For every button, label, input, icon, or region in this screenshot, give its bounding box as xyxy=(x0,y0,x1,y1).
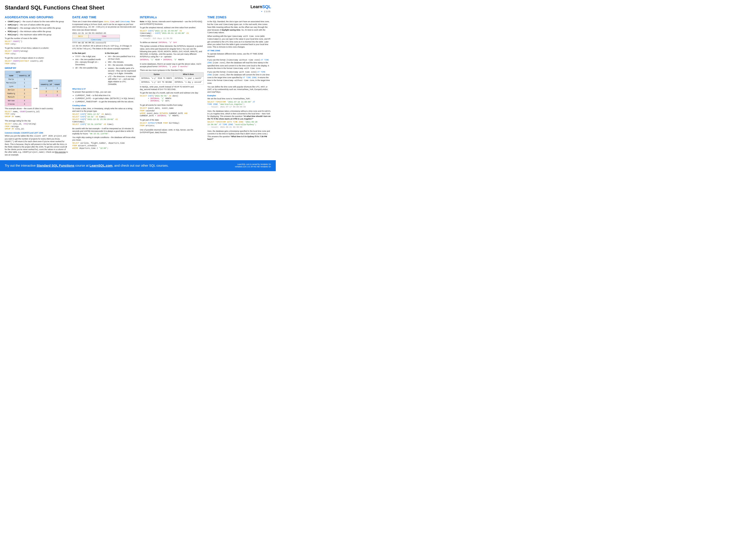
footer-course-link[interactable]: Standard SQL Functions xyxy=(37,164,74,167)
tp-min: MM – the minutes. xyxy=(108,61,136,63)
code-ex2: SELECT TIMESTAMP WITH TIME ZONE '2021-06… xyxy=(207,121,271,129)
p-ex-set: We set the local time zone to 'America/N… xyxy=(207,97,271,100)
p-two-more: There are two more syntaxes in the Stand… xyxy=(140,69,203,71)
logo: LearnSQL • com xyxy=(250,4,271,13)
p-skipcast: You might skip casting in simple conditi… xyxy=(72,136,136,141)
p-lastday: To get the last day of a month, add one … xyxy=(140,91,203,94)
exercise-link[interactable]: this exercise xyxy=(55,151,66,153)
p-dt-intro: There are 3 main time-related types: dat… xyxy=(72,20,136,31)
arrow-icon: ⟶ xyxy=(33,86,38,90)
p-extract-out: One of possible returned values: 1946. I… xyxy=(140,129,203,134)
heading-datepart: In the date part: xyxy=(72,52,103,55)
p-whattime: To answer that question in SQL, you can … xyxy=(72,91,136,93)
code-group-city: SELECT city_id, AVG(rating) FROM ratings… xyxy=(5,123,68,131)
heading-whattime: What time is it? xyxy=(72,88,136,90)
p-attz-2: If you use this format: {timestamp witho… xyxy=(207,59,271,70)
p-tz2: When working with the type timestamp wit… xyxy=(207,35,271,48)
footer-site-link[interactable]: LearnSQL.com xyxy=(90,164,113,167)
p-attz-1: To operate between different time zones,… xyxy=(207,53,271,58)
interval-syntax-table: SyntaxWhat it does INTERVAL 'x-y' YEAR T… xyxy=(140,72,203,85)
code-extract: SELECT EXTRACT(YEAR FROM birthday) FROM … xyxy=(140,122,203,127)
p-shortcuts: You can define the time zone with popula… xyxy=(207,86,271,93)
code-group-name: SELECT name, COUNT(country_id) FROM city… xyxy=(5,111,68,118)
p-create-warn: Be careful with the last example – it wi… xyxy=(72,127,136,135)
agg-min: MIN(expr) – the minimum value within the… xyxy=(8,30,68,33)
code-airport: SELECT airline, flight_number, departure… xyxy=(72,142,136,150)
code-count-distinct: SELECT COUNT(DISTINCT country_id) FROM c… xyxy=(5,60,68,65)
heading-mistake: Common mistake: COUNT(*) and LEFT JOIN xyxy=(5,132,68,134)
code-next3: SELECT event_date, event_name FROM calen… xyxy=(140,107,203,117)
p-ex1-expl: Here, the database takes a timestamp wit… xyxy=(207,110,271,120)
heading-examples: Examples xyxy=(207,94,271,97)
p-partdate: To get part of the date: xyxy=(140,119,203,121)
code-casts: SELECT CAST('2021-12-31' AS date); SELEC… xyxy=(72,113,136,126)
p-mysql-interval: In MySQL, write year_month instead of YE… xyxy=(140,86,203,91)
heading-create: Creating values xyxy=(72,104,136,107)
heading-intervals: INTERVALs xyxy=(140,15,203,19)
agg-max: MAX(expr) – the maximum value within the… xyxy=(8,33,68,36)
tp-tz: ±TZ – the timezone. It must start with e… xyxy=(108,75,136,86)
agg-avg: AVG(expr) – the average value for the ro… xyxy=(8,27,68,30)
footer-owner: LearnSQL.com is owned by Vertabelo SA xyxy=(235,163,271,166)
li-curtime: CURRENT_TIME – to find what time it is. xyxy=(75,94,136,97)
code-lastday: SELECT CAST('2021-02-01' AS date) + INTE… xyxy=(140,95,203,103)
heading-attz: AT TIME ZONE xyxy=(207,50,271,52)
heading-tz: TIME ZONES xyxy=(207,15,271,19)
col-datetime: DATE AND TIME There are 3 main time-rela… xyxy=(72,15,136,157)
p-attz-3: If you use this format: {timestamp with … xyxy=(207,71,271,85)
footer: Try out the interactive Standard SQL Fun… xyxy=(0,160,276,171)
dp-day: dd – the zero-padded day. xyxy=(75,66,103,69)
page-title: Standard SQL Functions Cheat Sheet xyxy=(5,4,104,12)
p-interval-easy: In some databases, there's an easier way… xyxy=(140,63,203,68)
tp-sec: SS – the seconds. Omissible. xyxy=(108,64,136,66)
col-aggregation: AGGREGATION AND GROUPING COUNT(expr) – t… xyxy=(5,15,68,157)
tp-subsec: ssssss – the smaller parts of a second –… xyxy=(108,67,136,75)
tp-hour: HH – the zero-padded hour in a 24-hour c… xyxy=(108,55,136,60)
p-group-example: The example above – the count of cities … xyxy=(5,107,68,110)
p-cdt: 14:39:53.662522-05 is almost 2:40 p.m. C… xyxy=(72,44,136,50)
col-intervals: INTERVALs Note: In SQL Server, intervals… xyxy=(140,15,203,157)
city-agg-table: CITY country_idcount 13 23 42 xyxy=(39,79,62,97)
city-table: CITY namecountry_id Paris1 Marseille1 Ly… xyxy=(5,71,32,106)
code-count-col: SELECT COUNT(rating) FROM city; xyxy=(5,50,68,55)
p-avg-rating: The average rating for the city: xyxy=(5,119,68,122)
timestamp-diagram: 2021-12-31 14:39:53.662522-05 datetime t… xyxy=(72,32,136,44)
p-count-rows: To get the number of rows in the table: xyxy=(5,37,68,39)
code-interval-join: INTERVAL '1' YEAR + INTERVAL '3' MONTH xyxy=(140,59,203,62)
p-define-interval: To define an interval: INTERVAL '1' DAY xyxy=(140,41,203,44)
footer-license: vertabelo.com | CC BY-NC-ND Vertabelo SA xyxy=(235,165,271,168)
heading-datetime: DATE AND TIME xyxy=(72,15,136,19)
p-count-distinct: To get the count of unique values in a c… xyxy=(5,57,68,59)
agg-sum: SUM(expr) – the sum of values within the… xyxy=(8,23,68,26)
heading-groupby: GROUP BY xyxy=(5,67,68,70)
p-mistake: When you join the tables like this: clie… xyxy=(5,135,68,156)
p-interval-note: Note: In SQL Server, intervals aren't im… xyxy=(140,20,203,25)
p-simple-interval: To get the simplest interval, subtract o… xyxy=(140,26,203,29)
p-create: To create a date, time, or timestamp, si… xyxy=(72,107,136,113)
p-count-nonnull: To get the number of non-NULL values in … xyxy=(5,47,68,49)
dp-month: mm – the zero-padded month (01—January t… xyxy=(75,58,103,66)
col-timezones: TIME ZONES In the SQL Standard, the date… xyxy=(207,15,271,157)
li-curdate: CURRENT_DATE – to get today's date. (GET… xyxy=(75,97,136,100)
agg-count: COUNT(expr) – the count of values for th… xyxy=(8,20,68,23)
dp-year: YYYY – the 4-digit year. xyxy=(75,55,103,58)
heading-timepart: In the time part: xyxy=(105,52,136,55)
code-count-star: SELECT COUNT(*) FROM city; xyxy=(5,40,68,45)
p-next3: To get all events for next three months … xyxy=(140,104,203,106)
heading-aggregation: AGGREGATION AND GROUPING xyxy=(5,15,68,19)
li-curts: CURRENT_TIMESTAMP – to get the timestamp… xyxy=(75,100,136,103)
p-tz1: In the SQL Standard, the date type can't… xyxy=(207,20,271,34)
p-interval-syntax: This syntax consists of three elements: … xyxy=(140,45,203,58)
code-ex1: SELECT TIMESTAMP '2021-07-16 21:00:00' A… xyxy=(207,101,271,109)
code-interval-sub: SELECT CAST('2021-12-31 23:59:59' AS tim… xyxy=(140,30,203,40)
p-ex2-expl: Here, the database gets a timestamp spec… xyxy=(207,130,271,140)
